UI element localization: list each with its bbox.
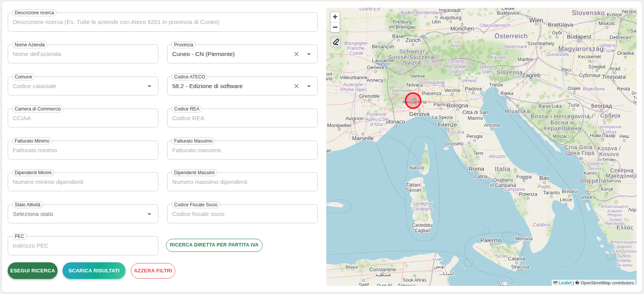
svg-text:Rijeka: Rijeka (500, 91, 514, 96)
svg-text:Битола: Битола (607, 178, 622, 183)
svg-text:Lecce: Lecce (560, 197, 572, 202)
svg-text:Ajaccio: Ajaccio (409, 165, 424, 170)
svg-text:Trieste: Trieste (489, 82, 503, 88)
svg-text:Besançon: Besançon (372, 44, 394, 49)
svg-text:rand: rand (326, 76, 332, 82)
svg-text:Oradea: Oradea (617, 50, 634, 56)
svg-text:Firenze: Firenze (438, 121, 457, 128)
svg-text:d'Azur: d'Azur (370, 122, 384, 127)
svg-text:Србија: Србија (600, 112, 621, 119)
svg-text:Grenoble: Grenoble (359, 93, 380, 99)
svg-text:Genova: Genova (409, 110, 430, 117)
svg-text:Foggia: Foggia (516, 174, 532, 180)
svg-text:nan: nan (326, 148, 331, 153)
svg-text:im Breisgau: im Breisgau (389, 24, 416, 30)
svg-text:Αποκεντρωμένη: Αποκεντρωμένη (610, 240, 637, 244)
svg-text:Sardigna/: Sardigna/ (412, 201, 433, 206)
svg-text:Grosseto: Grosseto (445, 141, 464, 146)
svg-text:Arad: Arad (610, 66, 620, 71)
svg-text:Kosova /: Kosova / (598, 145, 621, 151)
svg-text:Osijek: Osijek (568, 86, 581, 91)
svg-text:Béjaïa: Béjaïa (346, 265, 358, 269)
svg-text:Messina: Messina (515, 236, 533, 241)
svg-text:Augsburg: Augsburg (440, 15, 461, 20)
svg-text:Slovensko: Slovensko (572, 9, 605, 17)
svg-text:Taranto: Taranto (543, 190, 559, 195)
svg-text:Zagreb: Zagreb (522, 72, 541, 78)
svg-text:Città di San: Città di San (462, 109, 488, 115)
svg-text:Calabria: Calabria (533, 222, 550, 228)
svg-text:Trentino-: Trentino- (447, 59, 465, 64)
svg-text:Korçë: Korçë (601, 187, 613, 192)
svg-text:Basel: Basel (392, 33, 405, 39)
svg-text:Tuzla: Tuzla (568, 102, 580, 108)
svg-text:Sat: Sat (630, 28, 637, 34)
svg-text:Südtirol: Südtirol (449, 69, 464, 74)
svg-text:Mostar: Mostar (553, 134, 567, 139)
svg-text:Debrecen: Debrecen (610, 34, 631, 40)
svg-text:Ancona: Ancona (484, 122, 500, 128)
svg-text:Tàttari/: Tàttari/ (406, 182, 421, 188)
svg-text:Ulm: Ulm (432, 19, 441, 25)
svg-text:Udin: Udin (482, 69, 493, 75)
svg-text:Villeurbanne: Villeurbanne (340, 75, 368, 80)
svg-text:Giugliano: Giugliano (493, 177, 513, 183)
svg-text:München: München (450, 25, 474, 32)
svg-text:Београд: Београд (591, 103, 612, 109)
svg-text:Roma: Roma (469, 165, 485, 172)
svg-text:Szeged: Szeged (588, 64, 605, 70)
svg-text:Vlorë: Vlorë (581, 195, 592, 200)
svg-text:Potenza: Potenza (519, 191, 537, 197)
svg-text:Cagliari: Cagliari (415, 228, 430, 233)
svg-text:Kärnten: Kärnten (490, 55, 507, 60)
svg-text:Sicilia: Sicilia (495, 253, 508, 259)
svg-text:Varese: Varese (410, 73, 425, 79)
svg-text:Észak: Észak (603, 48, 616, 53)
svg-text:Kecskemét: Kecskemét (578, 54, 601, 59)
svg-text:Padova: Padova (465, 86, 482, 92)
svg-text:Херцеговина: Херцеговина (543, 125, 581, 131)
svg-text:Steiermark: Steiermark (503, 44, 528, 49)
svg-text:Sassari: Sassari (406, 187, 421, 193)
svg-text:Bourgogne-: Bourgogne- (344, 41, 369, 46)
svg-text:Zürich: Zürich (406, 37, 421, 43)
svg-text:Slovenija: Slovenija (497, 69, 523, 75)
svg-text:Constantine: Constantine (369, 267, 396, 272)
svg-text:Bari: Bari (539, 175, 550, 181)
svg-text:Тетово: Тетово (602, 157, 616, 162)
svg-text:Ελλάς: Ελλάς (617, 224, 634, 231)
svg-text:Veriore: Veriore (588, 166, 602, 171)
svg-text:Δυτικής: Δυτικής (617, 254, 631, 258)
svg-text:Malta: Malta (500, 284, 512, 286)
svg-text:Πελοποννήσου,: Πελοποννήσου, (611, 249, 637, 253)
svg-text:Budapest: Budapest (567, 33, 591, 40)
svg-text:Piacenza: Piacenza (422, 91, 441, 96)
svg-text:تونس: تونس (434, 263, 445, 269)
svg-text:Toscana: Toscana (447, 129, 464, 135)
svg-text:Latina: Latina (475, 174, 488, 179)
svg-text:Drob: Drob (632, 91, 637, 95)
svg-text:Timișoara: Timișoara (602, 74, 626, 80)
svg-text:Oum El: Oum El (377, 283, 392, 286)
svg-text:Grand Est: Grand Est (359, 8, 381, 12)
svg-text:Souk Ahras: Souk Ahras (403, 277, 426, 283)
svg-text:Pécs: Pécs (561, 67, 572, 73)
svg-text:Marino: Marino (468, 115, 483, 121)
svg-text:Суботица: Суботица (579, 73, 600, 78)
svg-text:Lombardia: Lombardia (420, 80, 442, 85)
svg-text:Auvergne-: Auvergne- (342, 82, 364, 87)
svg-text:Marseille: Marseille (352, 135, 374, 141)
svg-text:Ηπείρου: Ηπείρου (607, 213, 622, 217)
svg-text:Shqipëria: Shqipëria (586, 161, 604, 166)
svg-text:Palermo: Palermo (480, 237, 502, 243)
svg-text:Rhône-Alpes: Rhône-Alpes (340, 87, 367, 92)
svg-text:الحمامات: الحمامات (439, 272, 454, 276)
svg-text:Maribor: Maribor (518, 57, 534, 62)
svg-text:Magyarország: Magyarország (558, 45, 603, 53)
svg-text:Tirol: Tirol (450, 43, 460, 49)
svg-text:Avignon: Avignon (346, 116, 364, 121)
svg-text:Wien: Wien (529, 17, 543, 24)
svg-text:Sétif: Sétif (359, 282, 369, 286)
svg-text:Veneto: Veneto (462, 78, 477, 83)
svg-text:Casteddu/: Casteddu/ (412, 223, 433, 228)
